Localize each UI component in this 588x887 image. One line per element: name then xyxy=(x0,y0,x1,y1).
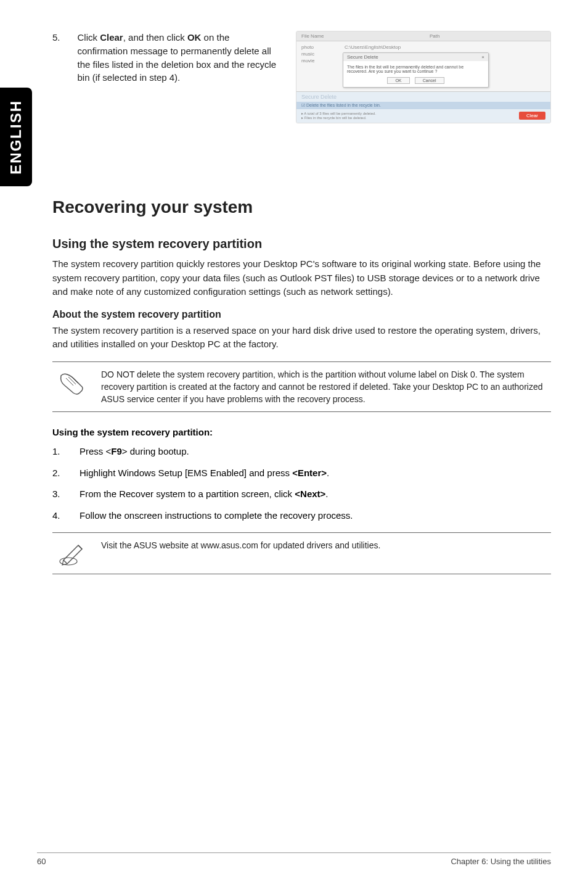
step5-t2: , and then click xyxy=(123,32,187,43)
step5-text-block: 5. Click Clear, and then click OK on the… xyxy=(52,31,280,85)
col-filename: File Name xyxy=(301,33,324,39)
step-3-post: . xyxy=(325,489,328,499)
panel-title: Secure Delete xyxy=(296,92,550,102)
step-3-pre: From the Recover system to a partition s… xyxy=(80,489,295,499)
info-text: Visit the ASUS website at www.asus.com f… xyxy=(101,539,380,567)
about-heading: About the system recovery partition xyxy=(52,309,551,320)
page-container: 5. Click Clear, and then click OK on the… xyxy=(0,0,588,838)
close-icon[interactable]: × xyxy=(481,54,484,60)
clear-button[interactable]: Clear xyxy=(519,112,545,120)
step-2-num: 2. xyxy=(52,466,62,481)
step-1-bold: F9 xyxy=(111,446,122,456)
dialog-title-bar: Secure Delete × xyxy=(343,53,488,61)
warning-note: DO NOT delete the system recovery partit… xyxy=(52,361,551,413)
step-2-pre: Highlight Windows Setup [EMS Enabled] an… xyxy=(80,468,292,478)
screenshot-bottom: Secure Delete ☑ Delete the files listed … xyxy=(296,91,550,123)
section-title: Recovering your system xyxy=(52,197,551,217)
subsection-title: Using the system recovery partition xyxy=(52,237,551,251)
pencil-icon xyxy=(55,539,89,567)
cancel-button[interactable]: Cancel xyxy=(415,77,444,84)
step-1-num: 1. xyxy=(52,445,62,459)
status-lines: ▸ A total of 3 files will be permanently… xyxy=(301,111,376,120)
step5-row: 5. Click Clear, and then click OK on the… xyxy=(52,31,551,123)
file-row-name-0: photo xyxy=(301,44,345,51)
ok-button[interactable]: OK xyxy=(387,77,409,84)
step-4-pre: Follow the onscreen instructions to comp… xyxy=(80,510,353,521)
page-number: 60 xyxy=(37,857,46,866)
file-row-name-1: music xyxy=(301,51,345,57)
step-1: 1. Press <F9> during bootup. xyxy=(52,445,551,459)
col-path: Path xyxy=(430,33,439,39)
step5-number: 5. xyxy=(52,31,60,85)
intro-paragraph: The system recovery partition quickly re… xyxy=(52,257,551,299)
step-3: 3. From the Recover system to a partitio… xyxy=(52,487,551,501)
step-3-num: 3. xyxy=(52,487,62,501)
step-2-post: . xyxy=(327,468,329,478)
step-4: 4. Follow the onscreen instructions to c… xyxy=(52,509,551,523)
step-2-bold: <Enter> xyxy=(292,468,327,478)
step5-t1: Click xyxy=(78,32,100,43)
step-1-pre: Press < xyxy=(80,446,111,456)
dialog-message: The files in the list will be permanentl… xyxy=(343,61,488,77)
dialog-title-text: Secure Delete xyxy=(347,54,378,60)
step5-body: Click Clear, and then click OK on the co… xyxy=(78,31,280,85)
about-paragraph: The system recovery partition is a reser… xyxy=(52,324,551,352)
step-1-post: > during bootup. xyxy=(122,446,189,456)
file-row-name-2: movie xyxy=(301,57,345,64)
info-note: Visit the ASUS website at www.asus.com f… xyxy=(52,532,551,574)
file-row-path-0: C:\Users\English\Desktop xyxy=(345,44,401,51)
using-heading: Using the system recovery partition: xyxy=(52,427,551,437)
recycle-checkbox[interactable]: ☑ Delete the files listed in the recycle… xyxy=(296,102,550,109)
step5-b2: OK xyxy=(187,32,202,43)
screenshot-header: File Name Path xyxy=(296,31,550,41)
chapter-label: Chapter 6: Using the utilities xyxy=(451,857,551,866)
step5-b1: Clear xyxy=(100,32,123,43)
recycle-checkbox-label: Delete the files listed in the recycle b… xyxy=(306,103,381,107)
warning-text: DO NOT delete the system recovery partit… xyxy=(101,368,549,406)
dialog-buttons: OK Cancel xyxy=(343,77,488,87)
step-3-bold: <Next> xyxy=(295,489,325,499)
status2: Files in the recycle bin will be deleted… xyxy=(304,116,367,120)
status1: A total of 3 files will be permanently d… xyxy=(304,112,376,115)
confirmation-screenshot: File Name Path photoC:\Users\English\Des… xyxy=(296,31,551,123)
step-2: 2. Highlight Windows Setup [EMS Enabled]… xyxy=(52,466,551,481)
steps-list: 1. Press <F9> during bootup. 2. Highligh… xyxy=(52,445,551,522)
confirm-dialog: Secure Delete × The files in the list wi… xyxy=(343,52,489,88)
page-footer: 60 Chapter 6: Using the utilities xyxy=(37,852,551,866)
step-4-num: 4. xyxy=(52,509,62,523)
hand-icon xyxy=(55,368,89,406)
